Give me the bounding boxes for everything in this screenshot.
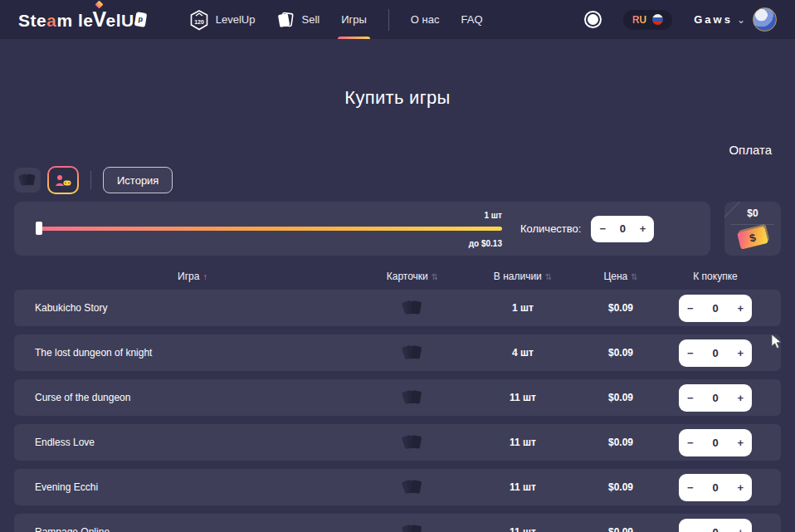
quantity-value: 0 bbox=[712, 437, 718, 449]
person-gamepad-icon bbox=[55, 174, 71, 187]
cards-icon bbox=[402, 298, 423, 318]
price-value: $0.09 bbox=[592, 437, 650, 448]
increase-button[interactable]: + bbox=[737, 393, 744, 403]
table-row: Endless Love 11 шт $0.09 − 0 + bbox=[14, 424, 781, 461]
table-row: Kabukicho Story 1 шт $0.09 − 0 + bbox=[14, 290, 781, 326]
increase-button[interactable]: + bbox=[640, 223, 646, 234]
username: Gaws bbox=[694, 13, 733, 26]
level-badge-icon: 120 bbox=[189, 9, 209, 31]
table-row: Evening Ecchi 11 шт $0.09 − 0 + bbox=[14, 469, 781, 505]
game-name: The lost dungeon of knight bbox=[14, 347, 371, 359]
increase-button[interactable]: + bbox=[737, 482, 744, 493]
decrease-button[interactable]: − bbox=[687, 303, 694, 314]
price-value: $0.09 bbox=[592, 302, 650, 314]
stock-value: 11 шт bbox=[454, 392, 592, 403]
payment-total: $0 bbox=[724, 207, 781, 219]
quantity-stepper[interactable]: − 0 + bbox=[679, 519, 752, 532]
quantity-value: 0 bbox=[620, 222, 626, 235]
cards-icon bbox=[18, 172, 37, 188]
column-game[interactable]: Игра↑ bbox=[14, 271, 371, 282]
svg-text:120: 120 bbox=[194, 19, 204, 25]
column-stock[interactable]: В наличии⇅ bbox=[454, 271, 592, 282]
payment-heading: Оплата bbox=[0, 143, 772, 157]
view-controls: История bbox=[14, 166, 795, 194]
slider[interactable]: 1 шт до $0.13 bbox=[37, 227, 502, 231]
increase-button[interactable]: + bbox=[737, 437, 744, 448]
slider-track[interactable] bbox=[37, 227, 502, 231]
stock-value: 1 шт bbox=[454, 302, 592, 314]
decrease-button[interactable]: − bbox=[687, 437, 694, 448]
tab-games-view[interactable] bbox=[47, 166, 79, 194]
payment-box[interactable]: $0 $ bbox=[724, 202, 781, 256]
sell-cards-icon bbox=[276, 10, 295, 30]
user-menu[interactable]: Gaws ⌄ bbox=[694, 7, 777, 32]
theme-toggle[interactable] bbox=[588, 14, 598, 25]
nav-divider bbox=[388, 9, 389, 31]
slider-max-label: 1 шт bbox=[484, 211, 502, 220]
avatar[interactable] bbox=[753, 7, 777, 32]
language-selector[interactable]: RU bbox=[623, 10, 672, 30]
russia-flag-icon bbox=[652, 14, 663, 25]
nav-label: FAQ bbox=[461, 13, 482, 26]
quantity-value: 0 bbox=[712, 481, 718, 494]
quantity-stepper[interactable]: − 0 + bbox=[679, 429, 752, 456]
nav-label: Sell bbox=[301, 13, 319, 26]
game-name: Curse of the dungeon bbox=[14, 392, 371, 403]
decrease-button[interactable]: − bbox=[687, 348, 694, 359]
logo-text: m le bbox=[56, 11, 93, 31]
table-row: Rampage Online 11 шт $0.09 − 0 + bbox=[14, 514, 781, 532]
quantity-value: 0 bbox=[712, 347, 718, 359]
quantity-stepper[interactable]: − 0 + bbox=[679, 474, 752, 501]
game-name: Kabukicho Story bbox=[14, 302, 371, 314]
decrease-button[interactable]: − bbox=[687, 482, 694, 493]
decrease-button[interactable]: − bbox=[687, 393, 694, 403]
site-logo[interactable]: Steam leVelUp bbox=[18, 7, 146, 32]
stock-value: 11 шт bbox=[454, 526, 592, 532]
header-right: RU Gaws ⌄ bbox=[588, 7, 777, 32]
decrease-button[interactable]: − bbox=[687, 527, 694, 532]
logo-text: elU bbox=[106, 11, 134, 31]
quantity-slider-panel: 1 шт до $0.13 Количество: − 0 + bbox=[14, 202, 710, 256]
quantity-stepper[interactable]: − 0 + bbox=[591, 216, 654, 242]
increase-button[interactable]: + bbox=[737, 527, 744, 532]
sort-icon: ⇅ bbox=[432, 272, 438, 281]
nav-item-sell[interactable]: Sell bbox=[276, 0, 319, 39]
nav-item-levelup[interactable]: 120 LevelUp bbox=[189, 0, 256, 39]
nav-label: Игры bbox=[341, 13, 367, 26]
quantity-stepper[interactable]: − 0 + bbox=[679, 339, 752, 367]
price-value: $0.09 bbox=[592, 347, 650, 359]
slider-handle[interactable] bbox=[36, 222, 42, 235]
cards-icon bbox=[402, 477, 423, 497]
price-value: $0.09 bbox=[592, 526, 650, 532]
games-table: Kabukicho Story 1 шт $0.09 − 0 + The los… bbox=[14, 290, 781, 532]
money-icon: $ bbox=[737, 226, 768, 250]
column-to-buy[interactable]: К покупке bbox=[650, 271, 781, 282]
increase-button[interactable]: + bbox=[737, 303, 744, 314]
table-row: The lost dungeon of knight 4 шт $0.09 − … bbox=[14, 334, 781, 371]
nav-item-about[interactable]: О нас bbox=[411, 0, 440, 39]
card-icon: p bbox=[134, 12, 147, 27]
cards-icon bbox=[402, 388, 423, 408]
nav-item-games[interactable]: Игры bbox=[341, 0, 367, 39]
nav-item-faq[interactable]: FAQ bbox=[461, 0, 482, 39]
quantity-stepper[interactable]: − 0 + bbox=[679, 295, 752, 322]
decrease-button[interactable]: − bbox=[599, 223, 606, 234]
table-header: Игра↑ Карточки⇅ В наличии⇅ Цена⇅ К покуп… bbox=[14, 268, 781, 285]
cards-icon bbox=[402, 432, 423, 452]
tab-cards-view[interactable] bbox=[14, 168, 41, 193]
increase-button[interactable]: + bbox=[737, 348, 744, 359]
nav-label: О нас bbox=[411, 13, 440, 26]
quantity-stepper[interactable]: − 0 + bbox=[679, 384, 752, 412]
price-value: $0.09 bbox=[592, 481, 650, 493]
history-button[interactable]: История bbox=[103, 167, 173, 193]
cards-icon bbox=[402, 343, 423, 363]
purchase-row: 1 шт до $0.13 Количество: − 0 + $0 $ bbox=[14, 202, 781, 256]
column-cards[interactable]: Карточки⇅ bbox=[371, 271, 454, 282]
quantity-value: 0 bbox=[712, 526, 718, 532]
game-name: Endless Love bbox=[14, 437, 371, 448]
stock-value: 4 шт bbox=[454, 347, 592, 359]
payment-divider bbox=[731, 224, 774, 225]
language-code: RU bbox=[632, 14, 646, 26]
stock-value: 11 шт bbox=[454, 437, 592, 448]
column-price[interactable]: Цена⇅ bbox=[592, 271, 650, 282]
